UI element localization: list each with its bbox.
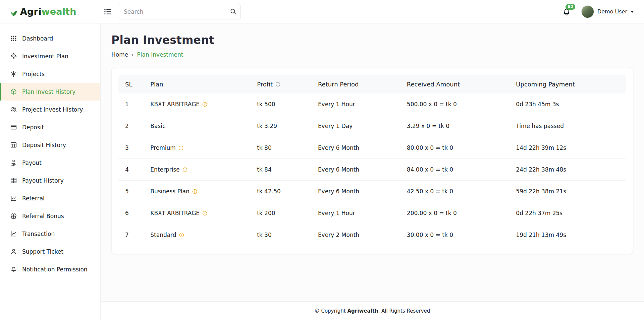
table-row: 7Standardtk 30Every 2 Month30.00 x 0 = t… [118,224,626,246]
cell-plan: Enterprise [146,159,253,181]
info-icon[interactable] [275,81,281,87]
column-header-label: Received Amount [407,81,460,88]
sidebar-item-deposit-history[interactable]: Deposit History [0,136,100,154]
plan-name: Premium [150,144,176,151]
sidebar-item-projects[interactable]: Projects [0,65,100,83]
sidebar-item-support-ticket[interactable]: Support Ticket [0,243,100,260]
cell-plan: KBXT ARBITRAGE [146,93,253,115]
plan-name: Enterprise [150,166,179,173]
sidebar-item-label: Deposit [22,124,44,131]
cell-upcoming-payment: 0d 23h 45m 3s [512,93,626,115]
column-header-return-period: Return Period [314,75,403,93]
table-row: 1KBXT ARBITRAGEtk 500Every 1 Hour500.00 … [118,93,626,115]
sprout-icon [7,6,19,18]
cell-received-amount: 3.29 x 0 = tk 0 [403,115,512,137]
cell-sl: 6 [118,202,146,224]
cell-received-amount: 84.00 x 0 = tk 0 [403,159,512,181]
sidebar-item-plan-invest-history[interactable]: Plan Invest History [0,83,100,101]
table-icon [10,141,17,148]
cell-sl: 1 [118,93,146,115]
info-icon[interactable] [202,102,208,107]
cell-profit: tk 3.29 [253,115,314,137]
sidebar-item-payout-history[interactable]: Payout History [0,172,100,189]
page-title: Plan Investment [111,34,633,47]
sidebar-toggle-button[interactable] [101,5,114,18]
cell-profit: tk 80 [253,137,314,159]
cell-profit: tk 84 [253,159,314,181]
column-header-label: Profit [257,81,273,88]
sidebar-item-label: Support Ticket [22,248,63,255]
sidebar-item-label: Dashboard [22,35,53,42]
sidebar-item-label: Deposit History [22,142,66,148]
copyright-text: © Copyright Agriwealth. All Rights Reser… [315,308,430,314]
asterisk-icon [10,70,17,77]
sidebar-item-dashboard[interactable]: Dashboard [0,29,100,47]
sidebar-item-label: Referral Bonus [22,213,64,219]
column-header-label: SL [125,81,132,88]
info-icon[interactable] [202,210,208,216]
search-button[interactable] [228,6,238,16]
plan-investment-table: SLPlanProfitReturn PeriodReceived Amount… [118,75,626,246]
brand-name: Agriwealth [20,6,76,17]
cell-upcoming-payment: 0d 22h 37m 25s [512,202,626,224]
sidebar-item-project-invest-history[interactable]: Project Invest History [0,101,100,118]
cell-profit: tk 42.50 [253,181,314,202]
plan-name: KBXT ARBITRAGE [150,210,200,216]
search-input[interactable] [119,4,241,19]
breadcrumb-current: Plan Investment [137,51,183,58]
cell-return-period: Every 1 Day [314,115,403,137]
user-name: Demo User [597,8,627,15]
cell-profit: tk 200 [253,202,314,224]
sidebar-item-label: Transaction [22,231,55,237]
cell-plan: Business Plan [146,181,253,202]
cell-received-amount: 200.00 x 0 = tk 0 [403,202,512,224]
cell-return-period: Every 6 Month [314,159,403,181]
column-header-label: Return Period [318,81,359,88]
cell-upcoming-payment: Time has passed [512,115,626,137]
plan-name: Business Plan [150,188,190,195]
cell-upcoming-payment: 19d 21h 13m 49s [512,224,626,246]
cell-profit: tk 500 [253,93,314,115]
cell-sl: 5 [118,181,146,202]
sidebar-item-referral[interactable]: Referral [0,189,100,207]
notification-count-badge: 62 [566,4,575,10]
cell-upcoming-payment: 14d 22h 39m 12s [512,137,626,159]
cell-sl: 4 [118,159,146,181]
topbar: Agriwealth 62 [0,0,644,23]
info-icon[interactable] [182,167,188,173]
person-icon [10,248,17,255]
list-menu-icon [103,7,112,16]
sidebar-item-payout[interactable]: Payout [0,154,100,172]
cell-received-amount: 30.00 x 0 = tk 0 [403,224,512,246]
info-icon[interactable] [178,145,184,151]
wallet-icon [10,124,17,131]
plan-investment-card: SLPlanProfitReturn PeriodReceived Amount… [111,68,633,254]
table-row: 2Basictk 3.29Every 1 Day3.29 x 0 = tk 0T… [118,115,626,137]
sidebar-item-investment-plan[interactable]: Investment Plan [0,47,100,65]
cell-upcoming-payment: 59d 22h 38m 21s [512,181,626,202]
info-icon[interactable] [192,189,198,194]
cell-plan: Premium [146,137,253,159]
chart-icon [10,195,17,202]
sidebar-item-label: Referral [22,195,45,202]
brand-logo[interactable]: Agriwealth [7,6,101,18]
user-menu[interactable]: Demo User [581,5,634,18]
sidebar-item-deposit[interactable]: Deposit [0,118,100,136]
column-header-plan: Plan [146,75,253,93]
plan-name: Basic [150,123,165,129]
cell-sl: 2 [118,115,146,137]
sidebar-item-referral-bonus[interactable]: Referral Bonus [0,207,100,225]
grid-table-icon [10,177,17,184]
info-icon[interactable] [179,232,184,238]
sidebar-item-transaction[interactable]: Transaction [0,225,100,243]
breadcrumb-home-link[interactable]: Home [111,51,128,58]
cube-icon [10,88,17,95]
search-box [119,4,241,19]
sidebar-item-notification-permission[interactable]: Notification Permission [0,260,100,278]
sidebar-item-label: Payout History [22,177,64,184]
sidebar-item-label: Project Invest History [22,106,83,113]
notifications-button[interactable]: 62 [562,7,571,16]
sidebar: DashboardInvestment PlanProjectsPlan Inv… [0,23,101,320]
table-row: 3Premiumtk 80Every 6 Month80.00 x 0 = tk… [118,137,626,159]
plan-name: Standard [150,232,176,238]
